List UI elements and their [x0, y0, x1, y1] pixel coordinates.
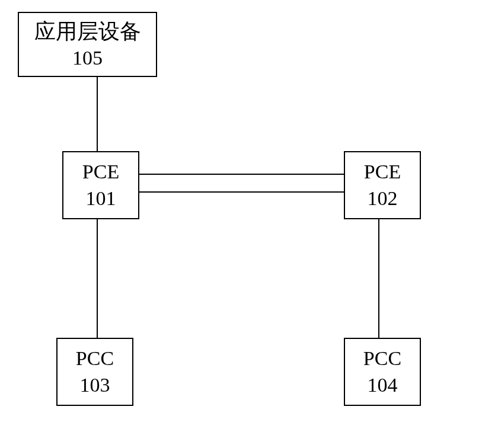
pcc-103-label: PCC — [76, 345, 114, 372]
pce-102-node: PCE 102 — [344, 151, 421, 219]
pce-101-id: 101 — [86, 185, 116, 212]
pcc-104-node: PCC 104 — [344, 338, 421, 406]
edge-pce101-pce102-bottom — [139, 191, 344, 193]
app-layer-label: 应用层设备 — [34, 18, 141, 46]
pce-101-node: PCE 101 — [62, 151, 139, 219]
pcc-103-node: PCC 103 — [56, 338, 133, 406]
pcc-103-id: 103 — [80, 372, 110, 398]
app-layer-node: 应用层设备 105 — [18, 12, 157, 77]
edge-pce101-pce102-top — [139, 174, 344, 175]
pce-102-label: PCE — [364, 159, 401, 185]
edge-pce102-to-pcc104 — [378, 219, 379, 338]
pce-101-label: PCE — [82, 159, 119, 185]
pcc-104-id: 104 — [368, 372, 398, 398]
app-layer-id: 105 — [72, 45, 103, 71]
pcc-104-label: PCC — [363, 345, 401, 372]
pce-102-id: 102 — [368, 185, 398, 212]
edge-app-to-pce101 — [97, 77, 98, 151]
edge-pce101-to-pcc103 — [97, 219, 98, 338]
